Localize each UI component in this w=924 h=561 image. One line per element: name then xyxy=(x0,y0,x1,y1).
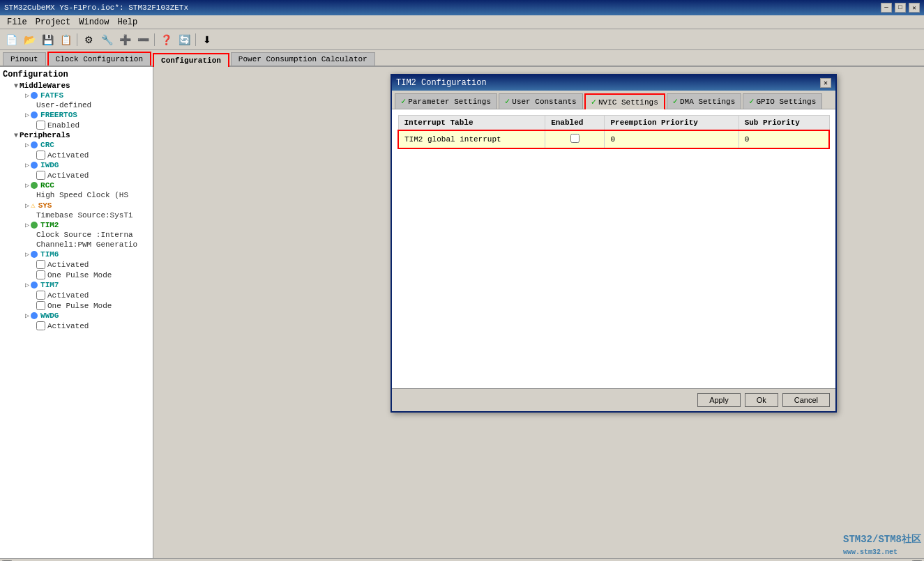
tim2-item[interactable]: ▷ TIM2 xyxy=(3,220,150,230)
tim7-one-pulse-label: One Pulse Mode xyxy=(47,302,112,310)
toolbar-run[interactable]: ⚙ xyxy=(80,32,97,47)
fatfs-user-defined[interactable]: User-defined xyxy=(3,100,150,110)
maximize-button[interactable]: □ xyxy=(895,3,906,13)
fatfs-item[interactable]: ▷ FATFS xyxy=(3,91,150,100)
sys-item[interactable]: ▷ ⚠ SYS xyxy=(3,200,150,210)
wwdg-activated[interactable]: Activated xyxy=(3,321,150,331)
middlewares-section[interactable]: ▼ MiddleWares xyxy=(3,81,150,91)
crc-activated-checkbox[interactable] xyxy=(36,151,45,160)
dialog-tab-bar: ✓ Parameter Settings ✓ User Constants ✓ … xyxy=(392,91,835,109)
freertos-arrow: ▷ xyxy=(25,111,29,119)
tim6-item[interactable]: ▷ TIM6 xyxy=(3,249,150,259)
toolbar-new[interactable]: 📄 xyxy=(3,32,20,47)
dialog-close-button[interactable]: ✕ xyxy=(820,78,831,88)
close-button[interactable]: ✕ xyxy=(909,3,920,13)
toolbar-download[interactable]: ⬇ xyxy=(199,32,215,47)
tim6-one-pulse[interactable]: One Pulse Mode xyxy=(3,270,150,280)
crc-icon xyxy=(31,141,38,148)
rcc-icon xyxy=(31,182,38,189)
toolbar-separator-1 xyxy=(77,33,77,46)
dialog-tab-parameter-settings[interactable]: ✓ Parameter Settings xyxy=(395,93,497,109)
tim7-one-pulse-checkbox[interactable] xyxy=(36,301,45,310)
tim6-one-pulse-checkbox[interactable] xyxy=(36,270,45,279)
toolbar-add[interactable]: ➕ xyxy=(116,32,133,47)
toolbar-separator-2 xyxy=(154,33,155,46)
wwdg-activated-checkbox[interactable] xyxy=(36,321,45,330)
dialog-title: TIM2 Configuration xyxy=(396,78,487,88)
toolbar-save-as[interactable]: 📋 xyxy=(57,32,74,47)
ok-button[interactable]: Ok xyxy=(745,393,778,407)
dialog-tab-user-constants[interactable]: ✓ User Constants xyxy=(499,93,583,109)
tim6-activated-label: Activated xyxy=(47,261,89,269)
main-content: Configuration ▼ MiddleWares ▷ FATFS User… xyxy=(0,67,924,558)
tim7-item[interactable]: ▷ TIM7 xyxy=(3,280,150,290)
cancel-button[interactable]: Cancel xyxy=(782,393,830,407)
tim6-activated-checkbox[interactable] xyxy=(36,260,45,269)
nvic-col-preemption: Preemption Priority xyxy=(605,116,739,131)
crc-activated-label: Activated xyxy=(47,151,89,160)
toolbar-remove[interactable]: ➖ xyxy=(135,32,151,47)
crc-activated[interactable]: Activated xyxy=(3,150,150,160)
sys-warning-icon: ⚠ xyxy=(31,201,36,210)
watermark-text: STM32/STM8社区 xyxy=(843,534,921,545)
tim7-arrow: ▷ xyxy=(25,281,29,289)
menu-project[interactable]: Project xyxy=(31,17,75,28)
dialog-content: Interrupt Table Enabled Preemption Prior… xyxy=(392,109,835,388)
nvic-col-sub: Sub Priority xyxy=(739,116,829,131)
iwdg-item[interactable]: ▷ IWDG xyxy=(3,160,150,170)
tim6-icon xyxy=(31,251,38,258)
tab-configuration[interactable]: Configuration xyxy=(153,53,229,67)
tim7-one-pulse[interactable]: One Pulse Mode xyxy=(3,300,150,311)
toolbar-separator-3 xyxy=(195,33,196,46)
toolbar-refresh[interactable]: 🔄 xyxy=(176,32,192,47)
toolbar-save[interactable]: 💾 xyxy=(39,32,56,47)
sys-timebase: Timebase Source:SysTi xyxy=(3,210,150,220)
nvic-enabled-checkbox[interactable] xyxy=(570,134,580,143)
minimize-button[interactable]: ─ xyxy=(881,3,892,13)
tab-pinout[interactable]: Pinout xyxy=(3,52,46,66)
tab-clock-configuration[interactable]: Clock Configuration xyxy=(47,52,151,66)
apply-button[interactable]: Apply xyxy=(697,393,741,407)
dma-check-icon: ✓ xyxy=(673,96,678,107)
middlewares-label: MiddleWares xyxy=(20,82,70,90)
toolbar-open[interactable]: 📂 xyxy=(21,32,38,47)
nvic-check-icon: ✓ xyxy=(591,97,596,107)
dialog-tab-dma-settings[interactable]: ✓ DMA Settings xyxy=(667,93,741,109)
freertos-item[interactable]: ▷ FREERTOS xyxy=(3,110,150,120)
sys-arrow: ▷ xyxy=(25,201,29,210)
tim7-icon xyxy=(31,282,38,289)
iwdg-activated[interactable]: Activated xyxy=(3,170,150,180)
menu-file[interactable]: File xyxy=(3,17,31,28)
gpio-check-icon: ✓ xyxy=(749,96,754,107)
dialog-tab-nvic-settings[interactable]: ✓ NVIC Settings xyxy=(584,93,665,109)
toolbar-help[interactable]: ❓ xyxy=(158,32,174,47)
tim7-activated[interactable]: Activated xyxy=(3,290,150,300)
user-constants-label: User Constants xyxy=(512,98,576,106)
peripherals-section[interactable]: ▼ Peripherals xyxy=(3,130,150,140)
freertos-label: FREERTOS xyxy=(40,111,77,119)
scrollbar-horizontal[interactable]: ◀ ▶ xyxy=(0,558,924,561)
fatfs-arrow: ▷ xyxy=(25,91,29,100)
nvic-col-enabled: Enabled xyxy=(545,116,605,131)
rcc-item[interactable]: ▷ RCC xyxy=(3,180,150,190)
tim6-arrow: ▷ xyxy=(25,250,29,259)
tim6-activated[interactable]: Activated xyxy=(3,259,150,270)
freertos-enabled-checkbox[interactable] xyxy=(36,121,45,130)
watermark-url: www.stm32.net xyxy=(843,548,898,556)
iwdg-activated-checkbox[interactable] xyxy=(36,171,45,180)
tab-power-consumption[interactable]: Power Consumption Calculator xyxy=(231,52,375,66)
menu-window[interactable]: Window xyxy=(75,17,113,28)
rcc-label: RCC xyxy=(40,181,54,190)
tim7-activated-checkbox[interactable] xyxy=(36,291,45,300)
freertos-enabled[interactable]: Enabled xyxy=(3,120,150,130)
crc-arrow: ▷ xyxy=(25,141,29,149)
crc-item[interactable]: ▷ CRC xyxy=(3,140,150,150)
menu-help[interactable]: Help xyxy=(113,17,142,28)
nvic-enabled-cell[interactable] xyxy=(545,130,605,148)
toolbar-generate[interactable]: 🔧 xyxy=(98,32,115,47)
middlewares-arrow: ▼ xyxy=(14,82,18,90)
tim2-channel1: Channel1:PWM Generatio xyxy=(3,240,150,249)
rcc-hsc: High Speed Clock (HS xyxy=(3,190,150,200)
wwdg-item[interactable]: ▷ WWDG xyxy=(3,311,150,321)
dialog-tab-gpio-settings[interactable]: ✓ GPIO Settings xyxy=(743,93,822,109)
